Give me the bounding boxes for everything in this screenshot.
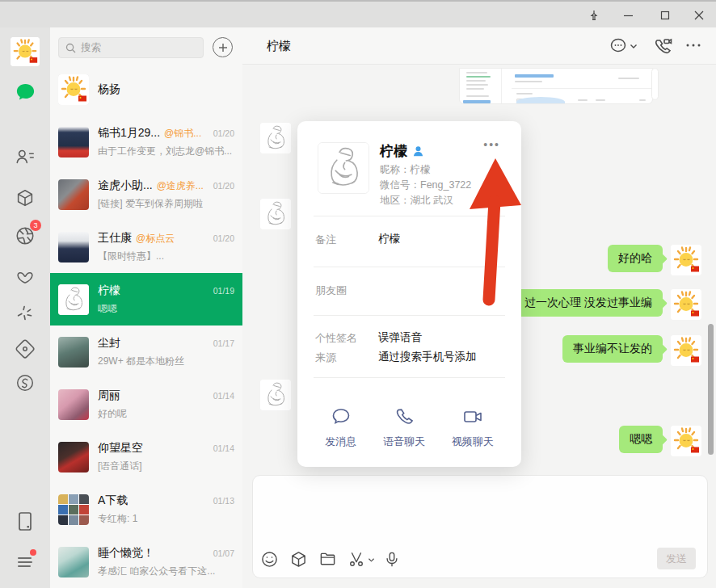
- emoji-icon[interactable]: [261, 551, 278, 568]
- wechat-window: 3: [0, 0, 716, 588]
- chat-list-item[interactable]: 途虎小助... @途虎养... 01/20 [链接] 爱车到保养周期啦: [50, 168, 242, 220]
- outgoing-message: 好的哈: [608, 245, 701, 275]
- voice-call-icon: [394, 406, 415, 427]
- chat-avatar: [58, 389, 89, 420]
- search-bar[interactable]: [58, 37, 204, 58]
- nav-rail: 3: [0, 27, 50, 588]
- add-chat-button[interactable]: [213, 37, 233, 57]
- profile-name: 柠檬: [380, 142, 407, 161]
- titlebar: [0, 0, 716, 27]
- chat-list-item[interactable]: 睡个懒觉！ 01/07 孝感汇 咱家公众号看下这...: [50, 536, 242, 588]
- message-bubble[interactable]: 事业编不让发的: [562, 335, 663, 363]
- menu-reddot: [30, 549, 36, 556]
- chat-avatar: [58, 179, 89, 210]
- chat-avatar: [58, 442, 89, 472]
- chat-scrollbar[interactable]: [708, 324, 714, 455]
- pin-icon[interactable]: [583, 6, 604, 24]
- outgoing-message: 嗯嗯: [619, 426, 701, 456]
- contacts-icon[interactable]: [14, 145, 36, 168]
- chat-list-item[interactable]: 尘封 01/17 29W+ 都是本地粉丝: [50, 326, 242, 378]
- file-icon[interactable]: [319, 551, 336, 568]
- profile-actions: 发消息 语音聊天 视频聊天: [297, 406, 521, 449]
- chat-preview: 孝感汇 咱家公众号看下这...: [98, 565, 234, 578]
- profile-wechat-id: 微信号：Feng_3722: [380, 178, 471, 192]
- screenshot-icon[interactable]: [348, 552, 375, 568]
- chat-preview: [语音通话]: [98, 460, 234, 473]
- message-input[interactable]: [263, 482, 699, 548]
- message-bubble[interactable]: 过一次心理 没发过事业编: [514, 289, 663, 317]
- chat-date: 01/07: [210, 548, 234, 558]
- chat-date: 01/13: [210, 496, 234, 506]
- outgoing-message: 事业编不让发的: [562, 335, 701, 366]
- chat-preview: 29W+ 都是本地粉丝: [98, 355, 234, 368]
- chat-list-item[interactable]: 杨扬: [50, 63, 242, 116]
- chat-name: 周丽: [98, 388, 120, 403]
- search-input[interactable]: [81, 42, 186, 53]
- menu-icon[interactable]: [14, 551, 36, 573]
- contact-profile-card: 柠檬 昵称：柠檬 微信号：Feng_3722 地区：湖北 武汉 ••• 备注 柠…: [297, 121, 521, 467]
- chat-list-item[interactable]: 周丽 01/14 好的呢: [50, 378, 242, 430]
- moments-label[interactable]: 朋友圈: [315, 284, 347, 298]
- links-icon[interactable]: [14, 372, 36, 394]
- profile-avatar[interactable]: [318, 142, 369, 194]
- chat-date: 01/14: [210, 443, 234, 453]
- chat-name: A下载: [98, 494, 128, 508]
- source-label: 来源: [315, 351, 336, 365]
- mini-programs-icon[interactable]: [14, 338, 36, 360]
- favorites-icon[interactable]: [14, 187, 36, 210]
- chat-avatar: [58, 232, 89, 262]
- chat-mention: @途虎养...: [157, 179, 204, 193]
- profile-more-icon[interactable]: •••: [483, 141, 500, 149]
- sticker-icon[interactable]: [290, 551, 307, 568]
- chat-list-panel: 杨扬 锦书1月29... @锦书... 01/20 由于工作变更，刘志龙@锦书.…: [50, 27, 242, 588]
- video-call-button[interactable]: 视频聊天: [452, 406, 494, 449]
- message-icon: [331, 406, 352, 427]
- close-icon[interactable]: [689, 6, 710, 24]
- chats-icon[interactable]: [14, 81, 36, 103]
- voice-call-button[interactable]: 语音聊天: [383, 406, 425, 449]
- chat-name: 柠檬: [98, 284, 120, 298]
- remark-value[interactable]: 柠檬: [378, 232, 400, 246]
- channels-icon[interactable]: [14, 267, 36, 289]
- chat-name: 仰望星空: [98, 441, 143, 456]
- own-avatar[interactable]: [671, 335, 701, 366]
- outgoing-message: 过一次心理 没发过事业编: [514, 289, 701, 320]
- own-avatar[interactable]: [671, 245, 701, 275]
- chat-mention: @标点云: [136, 232, 175, 246]
- voice-input-icon[interactable]: [384, 551, 400, 568]
- chat-list-item[interactable]: 仰望星空 01/14 [语音通话]: [50, 430, 242, 483]
- chat-list-item[interactable]: 王仕康 @标点云 01/20 【限时特惠】...: [50, 220, 242, 273]
- chat-list-item[interactable]: 锦书1月29... @锦书... 01/20 由于工作变更，刘志龙@锦书...: [50, 116, 242, 168]
- chat-avatar: [58, 127, 89, 158]
- chat-date: 01/20: [210, 181, 234, 191]
- own-avatar[interactable]: [671, 426, 701, 456]
- chat-avatar: [58, 284, 89, 315]
- chat-date: 01/20: [210, 128, 234, 138]
- minimize-icon[interactable]: [617, 6, 638, 24]
- chat-preview: 好的呢: [98, 407, 234, 421]
- chat-list-items: 杨扬 锦书1月29... @锦书... 01/20 由于工作变更，刘志龙@锦书.…: [50, 63, 242, 588]
- chat-name: 王仕康: [98, 231, 132, 246]
- video-call-icon: [462, 406, 483, 427]
- chevron-down-icon: [368, 557, 375, 563]
- chat-preview: 由于工作变更，刘志龙@锦书...: [98, 145, 234, 158]
- moments-badge: 3: [30, 220, 41, 231]
- chat-date: 01/20: [210, 233, 234, 243]
- send-button[interactable]: 发送: [657, 548, 696, 569]
- user-avatar[interactable]: [11, 37, 40, 66]
- message-bubble[interactable]: 嗯嗯: [619, 426, 663, 453]
- search-feature-icon[interactable]: [14, 302, 36, 325]
- chat-preview: 嗯嗯: [98, 302, 234, 316]
- own-avatar[interactable]: [671, 289, 701, 320]
- phone-icon[interactable]: [14, 510, 36, 533]
- chat-list-item[interactable]: 柠檬 01/19 嗯嗯: [50, 273, 242, 326]
- moments-icon[interactable]: 3: [14, 225, 36, 247]
- maximize-icon[interactable]: [655, 6, 676, 24]
- chat-list-item[interactable]: A下载 01/13 专红梅: 1: [50, 483, 242, 536]
- message-bubble[interactable]: 好的哈: [608, 245, 663, 272]
- send-message-button[interactable]: 发消息: [325, 406, 356, 449]
- profile-nickname: 昵称：柠檬: [380, 163, 431, 177]
- chat-avatar: [58, 74, 89, 105]
- chat-date: 01/17: [210, 338, 234, 348]
- profile-region: 地区：湖北 武汉: [380, 194, 453, 208]
